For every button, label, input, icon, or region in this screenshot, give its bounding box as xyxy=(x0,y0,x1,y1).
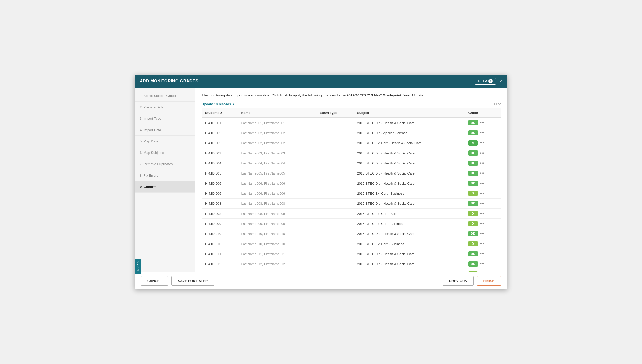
cell-exam-type xyxy=(317,168,354,178)
grade-badge: D xyxy=(468,211,478,216)
row-menu-button[interactable]: ••• xyxy=(479,241,485,246)
table-row: H.4.ID.008 LastName008, FirstName008 201… xyxy=(202,209,501,219)
row-menu-button[interactable]: ••• xyxy=(479,221,485,226)
cell-exam-type xyxy=(317,158,354,168)
cell-exam-type xyxy=(317,118,354,128)
help-icon: ? xyxy=(488,79,493,83)
cell-subject: 2016 BTEC Ext Cert - Business xyxy=(354,269,465,272)
cell-name: LastName010, FirstName010 xyxy=(238,229,317,239)
cell-exam-type xyxy=(317,259,354,269)
modal-title: ADD MONITORING GRADES xyxy=(140,79,198,84)
row-menu-button[interactable]: ••• xyxy=(479,181,485,186)
col-name: Name xyxy=(238,108,317,118)
table-row: H.4.ID.006 LastName006, FirstName006 201… xyxy=(202,188,501,199)
cancel-button[interactable]: CANCEL xyxy=(141,276,168,286)
table-row: H.4.ID.012 LastName012, FirstName012 201… xyxy=(202,259,501,269)
cell-exam-type xyxy=(317,188,354,199)
cell-student-id: H.4.ID.006 xyxy=(202,188,238,199)
cell-exam-type xyxy=(317,138,354,148)
sidebar-item-fix-errors[interactable]: 8. Fix Errors xyxy=(135,170,195,181)
table-row: H.4.ID.010 LastName010, FirstName010 201… xyxy=(202,239,501,249)
table-body: H.4.ID.001 LastName001, FirstName001 201… xyxy=(202,118,501,272)
cell-subject: 2016 BTEC Dip - Health & Social Care xyxy=(354,158,465,168)
sidebar-item-label: 8. Fix Errors xyxy=(140,173,158,177)
cell-grade: M ••• xyxy=(465,138,501,148)
row-menu-button[interactable]: ••• xyxy=(479,201,485,206)
row-menu-button[interactable]: ••• xyxy=(479,151,485,155)
cell-grade: DD ••• xyxy=(465,259,501,269)
cell-student-id: H.4.ID.010 xyxy=(202,229,238,239)
cell-subject: 2016 BTEC Ext Cert - Business xyxy=(354,219,465,229)
sidebar-item-label: 1. Select Student Group xyxy=(140,94,176,98)
table-row: H.4.ID.002 LastName002, FirstName002 201… xyxy=(202,138,501,148)
row-menu-button[interactable]: ••• xyxy=(479,141,485,145)
sidebar-item-confirm[interactable]: 9. Confirm xyxy=(135,181,195,193)
sidebar-item-import-type[interactable]: 3. Import Type xyxy=(135,113,195,124)
sidebar-item-map-subjects[interactable]: 6. Map Subjects xyxy=(135,147,195,158)
row-menu-button[interactable]: ••• xyxy=(479,120,485,125)
row-menu-button[interactable]: ••• xyxy=(479,231,485,236)
cell-name: LastName005, FirstName005 xyxy=(238,168,317,178)
col-grade: Grade xyxy=(465,108,501,118)
cell-student-id: H.4.ID.010 xyxy=(202,239,238,249)
sidebar-item-prepare-data[interactable]: 2. Prepare Data xyxy=(135,102,195,113)
grade-badge: DD xyxy=(468,181,478,186)
cell-student-id: H.4.ID.012 xyxy=(202,269,238,272)
cell-subject: 2016 BTEC Dip - Health & Social Care xyxy=(354,118,465,128)
row-menu-button[interactable]: ••• xyxy=(479,171,485,176)
cell-student-id: H.4.ID.002 xyxy=(202,138,238,148)
sidebar-item-label: 6. Map Subjects xyxy=(140,151,164,155)
cell-exam-type xyxy=(317,128,354,138)
row-menu-button[interactable]: ••• xyxy=(479,161,485,165)
cell-student-id: H.4.ID.008 xyxy=(202,199,238,209)
update-label[interactable]: Update 18 records ▲ xyxy=(202,102,235,106)
table-row: H.4.ID.010 LastName010, FirstName010 201… xyxy=(202,229,501,239)
cell-name: LastName012, FirstName012 xyxy=(238,259,317,269)
cell-name: LastName002, FirstName002 xyxy=(238,128,317,138)
table-row: H.4.ID.011 LastName011, FirstName011 201… xyxy=(202,249,501,259)
help-label: HELP xyxy=(478,79,487,83)
side-tab[interactable]: TASKS xyxy=(135,259,141,274)
intro-suffix: data: xyxy=(417,93,424,97)
table-row: H.4.ID.006 LastName006, FirstName006 201… xyxy=(202,178,501,188)
cell-student-id: H.4.ID.008 xyxy=(202,209,238,219)
sidebar-item-import-data[interactable]: 4. Import Data xyxy=(135,124,195,136)
help-button[interactable]: HELP ? xyxy=(475,78,496,85)
sidebar-item-map-data[interactable]: 5. Map Data xyxy=(135,136,195,147)
row-menu-button[interactable]: ••• xyxy=(479,252,485,256)
grade-badge: DD xyxy=(468,171,478,176)
row-menu-button[interactable]: ••• xyxy=(479,262,485,266)
update-bar: Update 18 records ▲ Hide xyxy=(202,102,501,106)
grade-badge: DD xyxy=(468,150,478,156)
save-for-later-button[interactable]: SAVE FOR LATER xyxy=(171,276,214,286)
sidebar-item-label: 2. Prepare Data xyxy=(140,105,164,109)
cell-subject: 2016 BTEC Dip - Health & Social Care xyxy=(354,178,465,188)
hide-link[interactable]: Hide xyxy=(494,102,501,106)
grade-badge: DD xyxy=(468,120,478,125)
grade-badge: DD xyxy=(468,201,478,206)
sidebar-item-remove-duplicates[interactable]: 7. Remove Duplicates xyxy=(135,158,195,170)
sidebar-item-label: 7. Remove Duplicates xyxy=(140,162,173,166)
col-student-id: Student ID xyxy=(202,108,238,118)
row-menu-button[interactable]: ••• xyxy=(479,131,485,135)
grade-badge: DD xyxy=(468,130,478,135)
grade-badge: DD xyxy=(468,261,478,267)
cell-student-id: H.4.ID.002 xyxy=(202,128,238,138)
table-row: H.4.ID.004 LastName004, FirstName004 201… xyxy=(202,158,501,168)
previous-button[interactable]: PREVIOUS xyxy=(443,276,474,286)
sidebar-item-select-student-group[interactable]: 1. Select Student Group xyxy=(135,90,195,102)
finish-button[interactable]: FINISH xyxy=(477,276,501,286)
row-menu-button[interactable]: ••• xyxy=(479,211,485,216)
intro-text: The monitoring data import is now comple… xyxy=(202,93,501,98)
cell-grade: DD ••• xyxy=(465,249,501,259)
close-button[interactable]: × xyxy=(499,79,502,84)
sidebar-item-label: 9. Confirm xyxy=(140,185,156,189)
cell-exam-type xyxy=(317,239,354,249)
cell-student-id: H.4.ID.009 xyxy=(202,219,238,229)
cell-grade: D ••• xyxy=(465,209,501,219)
footer-right: PREVIOUS FINISH xyxy=(443,276,501,286)
cell-exam-type xyxy=(317,178,354,188)
cell-student-id: H.4.ID.001 xyxy=(202,118,238,128)
cell-exam-type xyxy=(317,199,354,209)
row-menu-button[interactable]: ••• xyxy=(479,191,485,196)
